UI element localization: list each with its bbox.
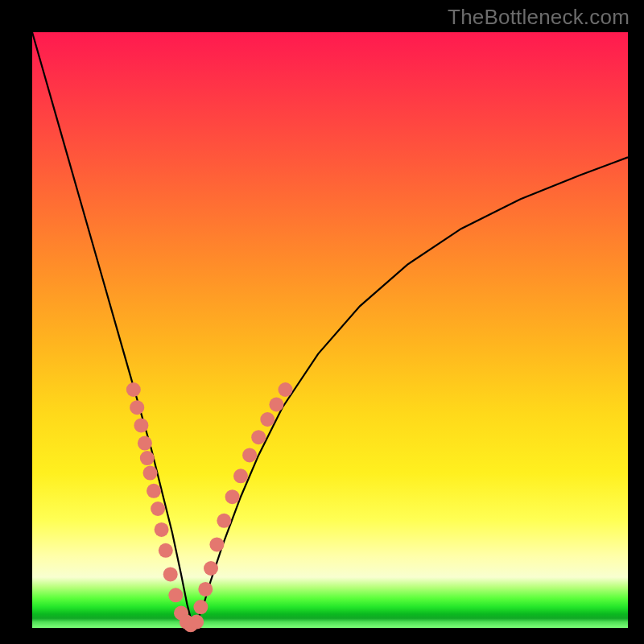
data-point (155, 522, 169, 537)
bottleneck-curve (32, 32, 628, 628)
data-point (225, 489, 240, 504)
plot-area (32, 32, 628, 628)
data-point (138, 436, 152, 451)
data-point (147, 484, 161, 498)
watermark-text: TheBottleneck.com (448, 5, 630, 30)
curve-layer (32, 32, 628, 628)
data-point (189, 615, 204, 630)
data-point (134, 418, 148, 432)
data-point (130, 400, 144, 415)
data-point (209, 537, 224, 551)
data-point (269, 398, 283, 412)
data-point (193, 600, 208, 614)
data-point (217, 514, 231, 528)
data-point (151, 502, 165, 516)
data-point (242, 448, 257, 462)
data-point (159, 543, 173, 558)
data-point (140, 451, 155, 465)
data-point (233, 469, 248, 483)
data-point (260, 412, 275, 427)
left-branch-dots (126, 382, 198, 632)
data-point (251, 430, 266, 444)
data-point (198, 582, 213, 597)
data-point (279, 382, 293, 397)
data-point (204, 561, 218, 576)
data-point (126, 382, 141, 397)
data-point (168, 588, 183, 602)
chart-frame: TheBottleneck.com (0, 0, 644, 644)
data-point (163, 567, 178, 581)
data-point (143, 466, 158, 481)
